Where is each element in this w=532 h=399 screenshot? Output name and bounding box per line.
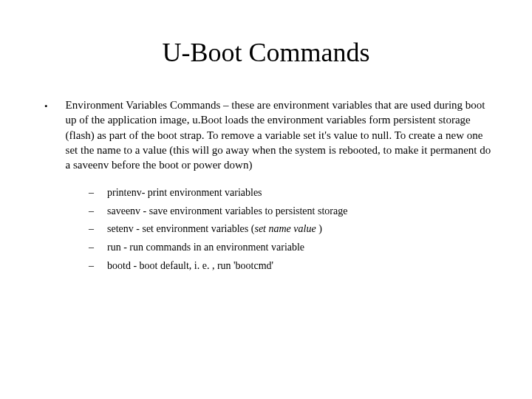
- sub-bullet-text: bootd - boot default, i. e. , run 'bootc…: [107, 259, 273, 273]
- sub-bullet-item: – bootd - boot default, i. e. , run 'boo…: [89, 259, 495, 273]
- sub-bullet-item: – setenv - set environment variables (se…: [89, 222, 495, 236]
- main-bullet-text: Environment Variables Commands – these a…: [66, 98, 495, 172]
- main-bullet-row: • Environment Variables Commands – these…: [44, 98, 495, 172]
- bullet-dot-icon: •: [44, 99, 48, 114]
- sub-bullet-text: setenv - set environment variables (set …: [107, 222, 322, 236]
- sub-bullet-text: saveenv - save environment variables to …: [107, 204, 347, 219]
- sub-bullet-item: – run - run commands in an environment v…: [89, 240, 495, 255]
- dash-icon: –: [89, 204, 94, 219]
- sub-bullet-text: printenv- print environment variables: [107, 185, 262, 200]
- sub-bullet-list: – printenv- print environment variables …: [89, 185, 495, 273]
- dash-icon: –: [89, 222, 94, 236]
- dash-icon: –: [89, 240, 94, 255]
- sub-bullet-item: – printenv- print environment variables: [89, 185, 495, 200]
- slide-container: U-Boot Commands • Environment Variables …: [0, 0, 532, 399]
- dash-icon: –: [89, 259, 94, 273]
- dash-icon: –: [89, 185, 94, 200]
- slide-title: U-Boot Commands: [37, 37, 495, 68]
- sub-bullet-text: run - run commands in an environment var…: [107, 240, 304, 255]
- sub-bullet-item: – saveenv - save environment variables t…: [89, 204, 495, 219]
